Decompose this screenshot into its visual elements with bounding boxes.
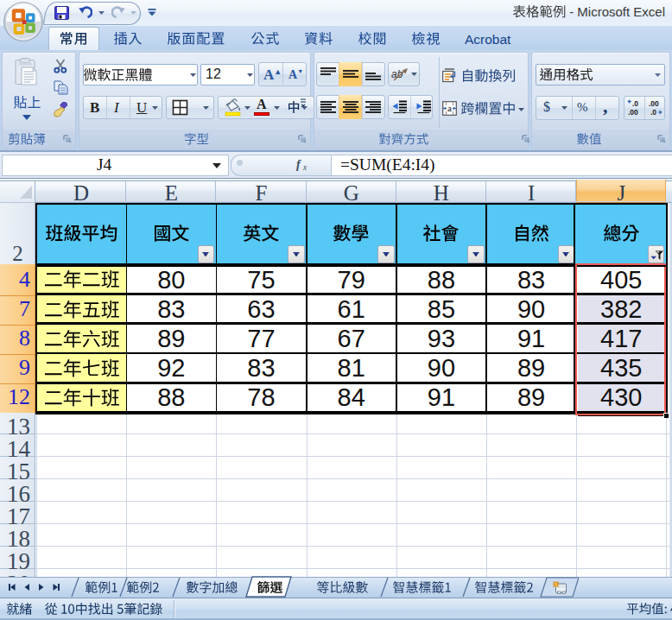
svg-text:.0: .0 bbox=[632, 99, 638, 108]
svg-text:.0: .0 bbox=[650, 108, 656, 117]
svg-text:f: f bbox=[296, 158, 301, 171]
svg-text:a: a bbox=[447, 103, 452, 113]
svg-text:x: x bbox=[302, 163, 307, 171]
svg-text:.00: .00 bbox=[628, 108, 638, 117]
svg-text:.00: .00 bbox=[649, 99, 659, 108]
